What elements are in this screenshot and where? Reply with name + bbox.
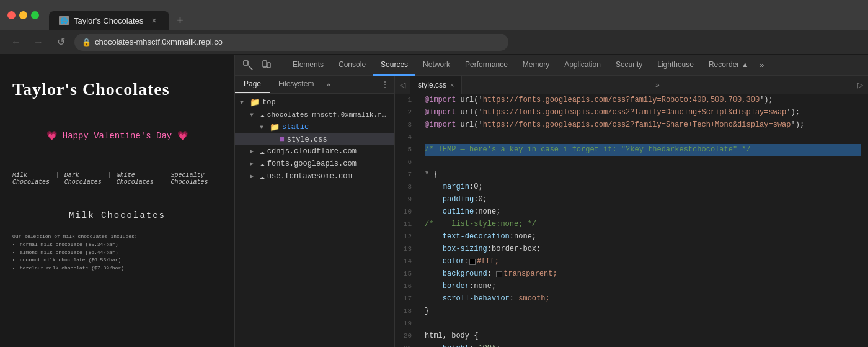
nav-bar: ← → ↺ 🔒 chocolates-mhsctf.0xmmalik.repl.…: [0, 30, 868, 55]
tab-recorder[interactable]: Recorder ▲: [701, 55, 756, 76]
code-panel-right-expand[interactable]: ▷: [852, 81, 868, 89]
code-line: scroll-behavior: smooth;: [425, 293, 861, 305]
tree-label: fonts.googleapis.com: [267, 160, 389, 168]
tree-item-stylecss[interactable]: ■ style.css: [235, 133, 394, 145]
device-toolbar-button[interactable]: [259, 57, 275, 73]
tree-label: cdnjs.cloudflare.com: [267, 147, 389, 156]
code-line: padding:0;: [425, 194, 861, 206]
panel-tab-page[interactable]: Page: [235, 76, 270, 93]
tree-arrow: ►: [250, 173, 257, 180]
svg-rect-2: [263, 61, 267, 67]
lock-icon: 🔒: [82, 38, 91, 47]
more-tabs-button[interactable]: »: [756, 61, 768, 70]
url-text: chocolates-mhsctf.0xmmalik.repl.co: [95, 37, 223, 47]
tree-item-fontawesome[interactable]: ► ☁ use.fontawesome.com: [235, 170, 394, 183]
code-tab-more-button[interactable]: »: [650, 81, 665, 89]
nav-link-dark[interactable]: Dark Chocolates: [64, 172, 103, 186]
new-tab-button[interactable]: +: [172, 12, 188, 30]
nav-link-milk[interactable]: Milk Chocolates: [12, 172, 51, 186]
valentine-message: 💗 Happy Valentine's Day 💗: [0, 112, 234, 160]
back-button[interactable]: ←: [7, 34, 25, 51]
tab-network[interactable]: Network: [415, 55, 458, 76]
tab-performance[interactable]: Performance: [458, 55, 515, 76]
panel-tabs: Page Filesystem » ⋮: [235, 76, 394, 94]
address-bar[interactable]: 🔒 chocolates-mhsctf.0xmmalik.repl.co: [74, 34, 508, 51]
code-line: color:#fff;: [425, 256, 861, 268]
svg-rect-0: [244, 61, 248, 65]
tree-item-googleapis[interactable]: ► ☁ fonts.googleapis.com: [235, 158, 394, 170]
css-file-icon: ■: [280, 135, 285, 144]
color-swatch: [496, 271, 502, 277]
tree-item-domain[interactable]: ▼ ☁ chocolates-mhsctf.0xmmalik.rep…: [235, 109, 394, 121]
tree-label: chocolates-mhsctf.0xmmalik.rep…: [267, 111, 389, 119]
tree-label: static: [282, 123, 389, 132]
website-content: Taylor's Chocolates 💗 Happy Valentine's …: [0, 55, 234, 347]
product-list: normal milk chocolate ($5.34/bar) almond…: [12, 241, 222, 273]
list-item: almond milk chocolate ($6.44/bar): [20, 249, 222, 257]
cloud-folder-icon: ☁: [260, 159, 265, 169]
product-description: Our selection of milk chocolates include…: [0, 233, 234, 273]
tab-favicon: 🌐: [59, 16, 69, 25]
maximize-window-button[interactable]: [31, 11, 39, 19]
code-line: box-sizing:border-box;: [425, 243, 861, 256]
website-preview: Taylor's Chocolates 💗 Happy Valentine's …: [0, 55, 234, 347]
tab-elements[interactable]: Elements: [285, 55, 331, 76]
traffic-lights: [7, 11, 39, 19]
panel-tab-more[interactable]: »: [322, 81, 334, 88]
tree-label: use.fontawesome.com: [267, 172, 389, 181]
code-line: html, body {: [425, 330, 861, 343]
line-numbers: 12345 678910 1112131415 1617181920 21222…: [395, 94, 417, 347]
tab-title: Taylor's Chocolates: [74, 16, 143, 25]
svg-rect-3: [267, 63, 270, 68]
cloud-folder-icon: ☁: [260, 110, 265, 120]
tree-item-top[interactable]: ▼ 📁 top: [235, 96, 394, 109]
tab-sources[interactable]: Sources: [373, 55, 415, 76]
inspect-element-button[interactable]: [240, 57, 256, 73]
code-panel-left-expand[interactable]: ◁: [395, 81, 410, 89]
tree-item-cdnjs[interactable]: ► ☁ cdnjs.cloudflare.com: [235, 145, 394, 158]
tree-arrow: ▼: [240, 99, 247, 106]
cloud-folder-icon: ☁: [260, 171, 265, 181]
file-tree: ▼ 📁 top ▼ ☁ chocolates-mhsctf.0xmmalik.r…: [235, 94, 394, 347]
cloud-folder-icon: ☁: [260, 146, 265, 156]
code-tab-stylecss[interactable]: style.css ×: [410, 76, 462, 94]
tab-console[interactable]: Console: [331, 55, 373, 76]
code-line: margin:0;: [425, 181, 861, 194]
panel-area: Page Filesystem » ⋮ ▼ 📁 top ▼: [235, 76, 868, 347]
browser-tab[interactable]: 🌐 Taylor's Chocolates ×: [49, 11, 169, 30]
tree-arrow: ▼: [250, 112, 257, 119]
list-item: coconut milk chocolate ($6.53/bar): [20, 256, 222, 264]
code-line: [425, 132, 861, 144]
refresh-button[interactable]: ↺: [52, 34, 69, 51]
tab-lighthouse[interactable]: Lighthouse: [650, 55, 701, 76]
panel-tab-filesystem[interactable]: Filesystem: [270, 76, 322, 93]
code-line: height: 100%;: [425, 343, 861, 347]
tree-item-static[interactable]: ▼ 📁 static: [235, 121, 394, 133]
code-line: /* list-style:none; */: [425, 219, 861, 231]
nav-link-specialty[interactable]: Specialty Chocolates: [171, 172, 222, 186]
code-tabs: ◁ style.css × » ▷: [395, 76, 868, 94]
folder-icon: 📁: [270, 122, 280, 132]
tab-bar: 🌐 Taylor's Chocolates × +: [49, 0, 861, 30]
code-line: text-decoration:none;: [425, 231, 861, 243]
tab-close-button[interactable]: ×: [148, 15, 159, 26]
code-line: outline:none;: [425, 206, 861, 219]
code-line: }: [425, 305, 861, 318]
code-tab-close-button[interactable]: ×: [450, 81, 454, 89]
forward-button[interactable]: →: [30, 34, 47, 51]
section-title: Milk Chocolates: [0, 198, 234, 233]
code-content: @import url('https://fonts.googleapis.co…: [417, 94, 868, 347]
devtools-tabs: Elements Console Sources Network Perform…: [285, 55, 863, 76]
panel-options-icon[interactable]: ⋮: [376, 79, 394, 89]
tab-memory[interactable]: Memory: [515, 55, 557, 76]
code-line: * {: [425, 169, 861, 181]
list-item: hazelnut milk chocolate ($7.89/bar): [20, 264, 222, 273]
tab-security[interactable]: Security: [608, 55, 650, 76]
code-line: [425, 156, 861, 169]
minimize-window-button[interactable]: [19, 11, 27, 19]
nav-link-white[interactable]: White Chocolates: [117, 172, 157, 186]
site-title: Taylor's Chocolates: [0, 55, 234, 112]
tab-application[interactable]: Application: [557, 55, 608, 76]
close-window-button[interactable]: [7, 11, 16, 19]
code-area[interactable]: 12345 678910 1112131415 1617181920 21222…: [395, 94, 868, 347]
